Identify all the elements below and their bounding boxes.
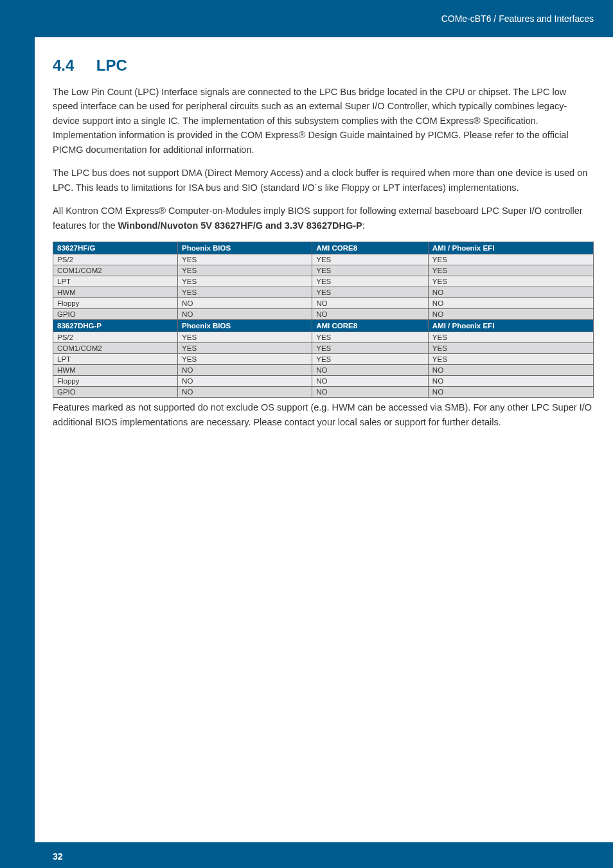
table-row: Floppy NO NO NO bbox=[53, 298, 594, 309]
td: NO bbox=[428, 309, 593, 320]
td: YES bbox=[312, 276, 429, 287]
table-row: COM1/COM2 YES YES YES bbox=[53, 343, 594, 354]
td: YES bbox=[312, 354, 429, 365]
td: PS/2 bbox=[53, 254, 178, 265]
table-row: Floppy NO NO NO bbox=[53, 376, 594, 387]
td: NO bbox=[312, 309, 429, 320]
p3-post: : bbox=[362, 220, 365, 231]
td: HWM bbox=[53, 365, 178, 376]
paragraph-1: The Low Pin Count (LPC) Interface signal… bbox=[53, 85, 594, 157]
td: NO bbox=[428, 287, 593, 298]
td: YES bbox=[178, 265, 312, 276]
td: YES bbox=[178, 254, 312, 265]
header-bar: COMe-cBT6 / Features and Interfaces bbox=[0, 0, 613, 37]
table-row: HWM NO NO NO bbox=[53, 365, 594, 376]
table-header-row-1: 83627HF/G Phoenix BIOS AMI CORE8 AMI / P… bbox=[53, 242, 594, 254]
td: YES bbox=[428, 343, 593, 354]
td: YES bbox=[312, 343, 429, 354]
td: NO bbox=[428, 376, 593, 387]
table-row: PS/2 YES YES YES bbox=[53, 254, 594, 265]
td: YES bbox=[178, 354, 312, 365]
breadcrumb: COMe-cBT6 / Features and Interfaces bbox=[441, 13, 594, 24]
td: COM1/COM2 bbox=[53, 343, 178, 354]
td: YES bbox=[178, 332, 312, 343]
td: NO bbox=[428, 298, 593, 309]
table-row: LPT YES YES YES bbox=[53, 354, 594, 365]
th: 83627DHG-P bbox=[53, 320, 178, 332]
td: COM1/COM2 bbox=[53, 265, 178, 276]
td: Floppy bbox=[53, 376, 178, 387]
table-row: GPIO NO NO NO bbox=[53, 309, 594, 320]
page-number: 32 bbox=[53, 851, 63, 862]
th: AMI CORE8 bbox=[312, 242, 429, 254]
main-content: 4.4 LPC The Low Pin Count (LPC) Interfac… bbox=[35, 37, 613, 429]
td: GPIO bbox=[53, 387, 178, 398]
table-header-row-2: 83627DHG-P Phoenix BIOS AMI CORE8 AMI / … bbox=[53, 320, 594, 332]
td: YES bbox=[178, 276, 312, 287]
td: YES bbox=[178, 343, 312, 354]
table-row: LPT YES YES YES bbox=[53, 276, 594, 287]
table-row: COM1/COM2 YES YES YES bbox=[53, 265, 594, 276]
td: YES bbox=[178, 287, 312, 298]
table-row: PS/2 YES YES YES bbox=[53, 332, 594, 343]
td: YES bbox=[312, 265, 429, 276]
td: NO bbox=[312, 298, 429, 309]
section-number: 4.4 bbox=[53, 57, 74, 75]
td: HWM bbox=[53, 287, 178, 298]
td: YES bbox=[428, 354, 593, 365]
section-title: LPC bbox=[96, 57, 127, 75]
td: YES bbox=[312, 332, 429, 343]
td: NO bbox=[178, 298, 312, 309]
paragraph-2: The LPC bus does not support DMA (Direct… bbox=[53, 166, 594, 195]
td: YES bbox=[428, 265, 593, 276]
td: YES bbox=[312, 254, 429, 265]
td: NO bbox=[178, 309, 312, 320]
td: NO bbox=[428, 387, 593, 398]
th: Phoenix BIOS bbox=[178, 320, 312, 332]
th: AMI / Phoenix EFI bbox=[428, 242, 593, 254]
td: GPIO bbox=[53, 309, 178, 320]
th: Phoenix BIOS bbox=[178, 242, 312, 254]
side-bar bbox=[0, 0, 35, 868]
th: AMI CORE8 bbox=[312, 320, 429, 332]
td: NO bbox=[178, 387, 312, 398]
td: NO bbox=[312, 365, 429, 376]
footer-bar bbox=[0, 842, 613, 868]
th: AMI / Phoenix EFI bbox=[428, 320, 593, 332]
table-row: HWM YES YES NO bbox=[53, 287, 594, 298]
td: NO bbox=[178, 376, 312, 387]
th: 83627HF/G bbox=[53, 242, 178, 254]
td: NO bbox=[312, 387, 429, 398]
td: NO bbox=[312, 376, 429, 387]
td: Floppy bbox=[53, 298, 178, 309]
td: PS/2 bbox=[53, 332, 178, 343]
td: LPT bbox=[53, 276, 178, 287]
footnote: Features marked as not supported do not … bbox=[53, 400, 594, 429]
feature-table: 83627HF/G Phoenix BIOS AMI CORE8 AMI / P… bbox=[53, 242, 594, 398]
table-row: GPIO NO NO NO bbox=[53, 387, 594, 398]
section-heading: 4.4 LPC bbox=[53, 57, 594, 75]
td: NO bbox=[428, 365, 593, 376]
paragraph-3: All Kontron COM Express® Computer-on-Mod… bbox=[53, 204, 594, 233]
td: LPT bbox=[53, 354, 178, 365]
td: YES bbox=[428, 276, 593, 287]
td: YES bbox=[312, 287, 429, 298]
td: YES bbox=[428, 332, 593, 343]
p3-bold: Winbond/Nuvoton 5V 83627HF/G and 3.3V 83… bbox=[118, 220, 362, 231]
td: NO bbox=[178, 365, 312, 376]
td: YES bbox=[428, 254, 593, 265]
